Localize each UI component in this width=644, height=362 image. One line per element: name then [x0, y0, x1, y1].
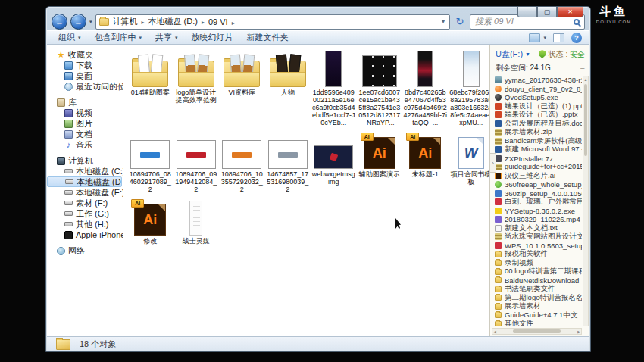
sidebar-group-computer[interactable]: 计算机: [47, 155, 123, 166]
usb-list-item[interactable]: 00 logo特训营第二期课程文件: [492, 267, 582, 276]
scrollbar-thumb[interactable]: [513, 329, 561, 333]
sidebar-item[interactable]: 本地磁盘 (D:): [47, 176, 122, 187]
sidebar-item[interactable]: 文档: [47, 129, 123, 139]
usb-list-item[interactable]: GuideGuide+4.7.1中文: [492, 311, 582, 320]
sidebar-group-star[interactable]: 收藏夹: [47, 49, 123, 60]
usb-drive-dropdown-icon[interactable]: ▼: [525, 51, 530, 57]
usb-list-item[interactable]: YYSetup-8.36.0.2.exe: [492, 207, 582, 216]
sidebar-item[interactable]: 视频: [47, 108, 123, 118]
app-icon: [495, 86, 502, 92]
file-item[interactable]: 10894706_091949412084_2: [174, 131, 218, 193]
usb-list-item[interactable]: douyu_client_79_0v2_8_2.exe: [492, 85, 582, 94]
usb-list-item[interactable]: BaiduNetdiskDownload: [492, 276, 582, 286]
file-item[interactable]: logo简单设计提高效率范例: [174, 49, 218, 104]
usb-list-item[interactable]: 展示墙素材: [492, 302, 582, 311]
usb-list-item[interactable]: 尚水珠宝网站图片设计文件.zip: [492, 232, 582, 242]
sidebar-item[interactable]: 最近访问的位置: [47, 81, 123, 92]
usb-list-item[interactable]: ZXPInstaller.7z: [492, 154, 582, 164]
usb-status-value: 安全: [570, 50, 585, 58]
usb-list-item[interactable]: 书法笔刷类文件: [492, 285, 582, 294]
toolbar-button-3[interactable]: 放映幻灯片: [185, 32, 240, 43]
file-item[interactable]: 14674857_175316980039_2: [265, 131, 310, 193]
sidebar-group-network[interactable]: 网络: [47, 245, 123, 256]
menu-icon[interactable]: ≡: [580, 64, 585, 72]
file-item[interactable]: 014辅助图案: [128, 49, 173, 96]
minimize-button[interactable]: [517, 7, 537, 17]
usb-list-item[interactable]: 汉仪三维名片.ai: [492, 172, 582, 181]
file-name: 10894706_084602917089_2: [128, 170, 172, 193]
usb-list-item[interactable]: 其他文件: [492, 320, 582, 326]
usb-list-item[interactable]: 新建 Microsoft Word 97 - 20...: [492, 145, 582, 154]
usb-list-item[interactable]: 第二期logo特训营报名名单: [492, 294, 582, 303]
usb-list-item[interactable]: 20180329_110226.mp4: [492, 215, 582, 224]
usb-list-item[interactable]: 展示墙素材.zip: [492, 128, 582, 137]
sidebar-item[interactable]: 音乐: [47, 139, 123, 150]
breadcrumb-computer[interactable]: 计算机: [113, 16, 148, 27]
usb-list-item[interactable]: 360freeap_whole_setup_5.3.0...: [492, 180, 582, 189]
usb-list-item[interactable]: 新建文本文档.txt: [492, 224, 582, 233]
scroll-left-icon[interactable]: ◀: [493, 329, 496, 334]
refresh-button[interactable]: ↻: [453, 15, 467, 29]
sidebar-item[interactable]: 桌面: [47, 70, 123, 81]
usb-list-item[interactable]: 白刺、玻璃、户外雕常用工艺...: [492, 198, 582, 207]
usb-list-item[interactable]: 公司发展历程及目标.docx: [492, 120, 582, 129]
back-button[interactable]: ←: [52, 14, 67, 30]
help-icon[interactable]: ?: [571, 33, 582, 43]
file-item[interactable]: 8bd7c40265be47067d4ff53c975d4b469f24276a…: [403, 49, 448, 126]
usb-list-item[interactable]: 端果设计（已选）(1).pptx: [492, 102, 582, 111]
usb-list-item[interactable]: guideguide+for+cc+2015魔...: [492, 163, 582, 172]
toolbar-button-4[interactable]: 新建文件夹: [240, 32, 295, 43]
address-dropdown-icon[interactable]: ▾: [440, 18, 446, 25]
usb-list-item[interactable]: QvodSetup5.exe: [492, 93, 582, 102]
file-item[interactable]: 10894706_103557292032_2: [220, 131, 264, 193]
toolbar-button-0[interactable]: 组织▾: [52, 32, 88, 43]
usb-list-item[interactable]: 360zip_setup_4.0.0.1050.exe: [492, 189, 582, 198]
close-button[interactable]: [557, 7, 583, 17]
maximize-button[interactable]: [537, 7, 557, 17]
file-item[interactable]: VI资料库: [220, 49, 264, 96]
scroll-right-icon[interactable]: ▶: [577, 329, 580, 334]
sidebar-item[interactable]: Apple iPhone: [47, 229, 123, 240]
scrollbar-thumb[interactable]: [584, 84, 587, 156]
file-item[interactable]: 战士灵媒: [174, 198, 218, 245]
forward-button[interactable]: →: [70, 14, 86, 30]
breadcrumb[interactable]: 计算机 本地磁盘 (D:) 09 VI ▾: [95, 14, 450, 30]
sidebar-item[interactable]: 其他 (H:): [47, 219, 123, 229]
file-item[interactable]: webwxgetmsgimg: [311, 131, 356, 186]
file-item[interactable]: 1dd9596e40900211a5e16ec6a9f0cb35d4ebdf5e…: [311, 49, 356, 126]
preview-pane-icon[interactable]: [553, 33, 564, 42]
sidebar-item[interactable]: 本地磁盘 (E:): [47, 187, 123, 198]
usb-list-item[interactable]: yymac_20170630-438-r1670...: [492, 76, 582, 85]
usb-list-item[interactable]: 端果设计（已选）.pptx: [492, 111, 582, 120]
sidebar-item[interactable]: 下载: [47, 60, 123, 70]
scroll-up-icon[interactable]: ▲: [583, 76, 588, 83]
sidebar-item[interactable]: 本地磁盘 (C:): [47, 166, 123, 176]
usb-list-item[interactable]: 录制视频: [492, 259, 582, 268]
usb-horizontal-scrollbar[interactable]: ◀ ▶: [492, 328, 582, 335]
file-item[interactable]: Ai未标题-1: [403, 131, 448, 178]
usb-list-item[interactable]: 报税相关软件: [492, 250, 582, 259]
file-item[interactable]: W项目合同书模板: [449, 131, 493, 186]
sidebar-group-library[interactable]: 库: [47, 97, 123, 108]
file-item[interactable]: Ai修改: [128, 198, 173, 245]
sidebar-item[interactable]: 图片: [47, 118, 123, 129]
usb-list-item[interactable]: WPS_10.1.0.5603_setup.1468...: [492, 242, 582, 251]
file-item[interactable]: 1ee07cd6007ce15ac1ba435ff8a27541e30512d8…: [357, 49, 402, 126]
breadcrumb-current-folder[interactable]: 09 VI: [208, 17, 239, 27]
usb-list-item[interactable]: Bandicam录屏软件(高级).zip: [492, 137, 582, 146]
usb-drive-title[interactable]: U盘(F:): [496, 48, 523, 60]
toolbar-button-2[interactable]: 共享▾: [148, 32, 185, 43]
change-view-icon[interactable]: [529, 33, 540, 42]
sidebar-item[interactable]: 工作 (G:): [47, 208, 123, 219]
file-item[interactable]: 10894706_084602917089_2: [128, 131, 173, 193]
sidebar-item[interactable]: 素材 (F:): [47, 198, 123, 208]
file-item[interactable]: 人物: [265, 49, 310, 96]
file-item[interactable]: 68ebc79f20618a2195783a6a803e16632a8fe5c7…: [449, 49, 493, 126]
breadcrumb-drive-d[interactable]: 本地磁盘 (D:): [148, 16, 208, 27]
file-item[interactable]: Ai辅助图案演示: [357, 131, 402, 178]
change-view-dropdown-icon[interactable]: ▾: [543, 35, 546, 41]
usb-vertical-scrollbar[interactable]: ▲: [583, 76, 589, 326]
panel-collapse-handle[interactable]: ›: [489, 153, 496, 173]
toolbar-button-1[interactable]: 包含到库中▾: [88, 32, 149, 43]
history-dropdown-icon[interactable]: ▾: [89, 19, 92, 25]
